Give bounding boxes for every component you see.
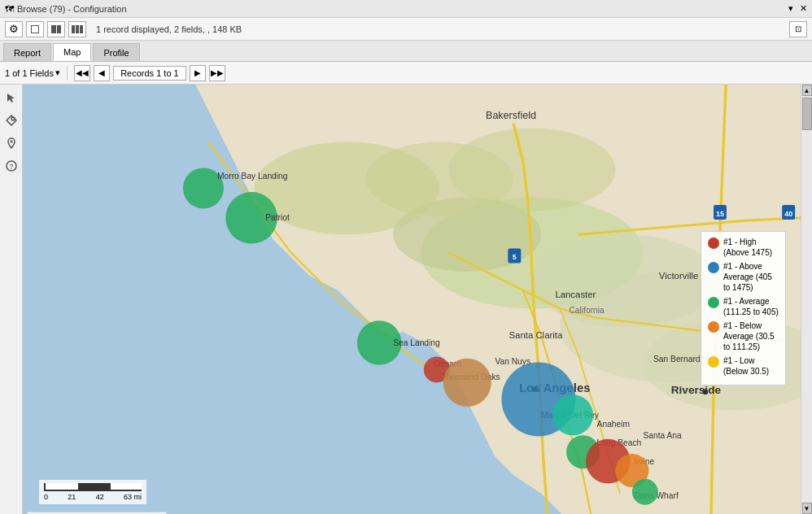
legend-color-above-avg xyxy=(708,262,719,273)
legend-item-above-avg: #1 - Above Average (405 to 1475) xyxy=(708,261,779,293)
layout-button-2[interactable] xyxy=(47,21,65,37)
app-icon: 🗺 xyxy=(5,4,14,14)
nav-divider-1 xyxy=(67,66,68,81)
scale-label-0: 0 xyxy=(44,493,48,501)
legend-color-avg xyxy=(708,297,719,308)
three-col-layout-icon xyxy=(72,25,83,33)
svg-text:Anaheim: Anaheim xyxy=(597,420,630,429)
tab-profile[interactable]: Profile xyxy=(93,43,139,61)
legend-color-high xyxy=(708,237,719,249)
legend-label-high: #1 - High (Above 1475) xyxy=(723,237,779,258)
legend-label-below-avg: #1 - Below Average (30.5 to 111.25) xyxy=(723,320,779,352)
settings-button[interactable]: ⚙ xyxy=(5,21,23,37)
map-legend: #1 - High (Above 1475) #1 - Above Averag… xyxy=(701,231,786,386)
scrollbar-thumb[interactable] xyxy=(802,98,812,130)
legend-label-above-avg: #1 - Above Average (405 to 1475) xyxy=(723,261,779,293)
map-container[interactable]: 5 15 40 Bakersfield Lancaster California… xyxy=(23,85,801,514)
legend-color-below-avg xyxy=(708,321,719,333)
svg-point-12 xyxy=(449,128,616,211)
svg-text:Sea Landing: Sea Landing xyxy=(393,338,440,347)
scale-label-42: 42 xyxy=(96,493,104,501)
svg-text:Santa Ana: Santa Ana xyxy=(644,431,683,440)
left-sidebar: ? xyxy=(0,85,23,514)
fields-selector: 1 of 1 Fields ▾ xyxy=(5,68,60,78)
scroll-up-button[interactable]: ▲ xyxy=(802,85,812,96)
sidebar-icon-marker[interactable] xyxy=(3,135,20,151)
legend-item-avg: #1 - Average (111.25 to 405) xyxy=(708,296,779,317)
svg-text:California: California xyxy=(569,306,605,315)
fields-label: 1 of 1 Fields xyxy=(5,68,54,78)
window-title: Browse (79) - Configuration xyxy=(17,4,127,14)
svg-text:Van Nuys: Van Nuys xyxy=(495,357,530,366)
svg-point-49 xyxy=(443,359,491,407)
title-bar: 🗺 Browse (79) - Configuration ▾ ✕ xyxy=(0,0,812,18)
legend-label-avg: #1 - Average (111.25 to 405) xyxy=(723,296,779,317)
legend-color-low xyxy=(708,356,719,368)
window-expand-button[interactable]: ⊡ xyxy=(789,21,807,37)
svg-text:Riverside: Riverside xyxy=(671,384,722,396)
next-record-button[interactable]: ▶ xyxy=(190,65,206,81)
settings-icon: ⚙ xyxy=(9,23,19,35)
svg-text:5: 5 xyxy=(513,253,517,261)
tab-map[interactable]: Map xyxy=(53,43,91,61)
svg-point-55 xyxy=(632,479,658,505)
scroll-down-button[interactable]: ▼ xyxy=(802,503,812,514)
legend-item-high: #1 - High (Above 1475) xyxy=(708,237,779,258)
scale-label-21: 21 xyxy=(68,493,76,501)
layout-button-1[interactable] xyxy=(26,21,44,37)
svg-text:40: 40 xyxy=(784,210,792,218)
legend-item-below-avg: #1 - Below Average (30.5 to 111.25) xyxy=(708,320,779,352)
layout-button-3[interactable] xyxy=(68,21,86,37)
nav-bar: 1 of 1 Fields ▾ ◀◀ ◀ Records 1 to 1 ▶ ▶▶ xyxy=(0,62,812,85)
toolbar-status: 1 record displayed, 2 fields, , 148 KB xyxy=(96,24,242,34)
svg-point-1 xyxy=(10,141,12,143)
scale-bar: 0 21 42 63 mi xyxy=(39,480,146,504)
sidebar-icon-cursor[interactable] xyxy=(3,89,20,106)
window-expand-icon: ⊡ xyxy=(795,24,801,33)
sidebar-icon-tag[interactable] xyxy=(3,112,20,128)
last-record-button[interactable]: ▶▶ xyxy=(209,65,225,81)
svg-point-41 xyxy=(702,389,708,394)
svg-text:Lancaster: Lancaster xyxy=(555,290,596,299)
tabs-bar: Report Map Profile xyxy=(0,41,812,62)
svg-point-51 xyxy=(552,394,593,435)
svg-text:Bakersfield: Bakersfield xyxy=(486,110,536,121)
svg-text:Morro Bay Landing: Morro Bay Landing xyxy=(217,172,288,181)
tab-report[interactable]: Report xyxy=(3,43,51,61)
right-scrollbar[interactable]: ▲ ▼ xyxy=(801,85,812,514)
legend-item-low: #1 - Low (Below 30.5) xyxy=(708,355,779,377)
map-svg: 5 15 40 Bakersfield Lancaster California… xyxy=(23,85,801,514)
first-record-button[interactable]: ◀◀ xyxy=(74,65,90,81)
toolbar: ⚙ 1 record displayed, 2 fields, , 148 KB… xyxy=(0,18,812,41)
sidebar-icon-help[interactable]: ? xyxy=(3,158,20,174)
svg-text:15: 15 xyxy=(716,210,724,218)
two-col-layout-icon xyxy=(51,25,61,33)
legend-label-low: #1 - Low (Below 30.5) xyxy=(723,355,779,377)
records-display: Records 1 to 1 xyxy=(113,66,186,81)
prev-record-button[interactable]: ◀ xyxy=(94,65,110,81)
close-icon[interactable]: ✕ xyxy=(800,3,807,14)
svg-text:Patriot: Patriot xyxy=(265,213,290,222)
svg-text:Victorville: Victorville xyxy=(659,271,698,281)
main-content: ? xyxy=(0,85,812,514)
chevron-icon[interactable]: ▾ xyxy=(788,3,793,14)
single-layout-icon xyxy=(31,25,39,33)
fields-dropdown-icon[interactable]: ▾ xyxy=(55,68,60,78)
svg-text:Santa Clarita: Santa Clarita xyxy=(509,330,563,340)
svg-text:?: ? xyxy=(9,163,13,171)
scale-label-63: 63 mi xyxy=(124,493,142,501)
